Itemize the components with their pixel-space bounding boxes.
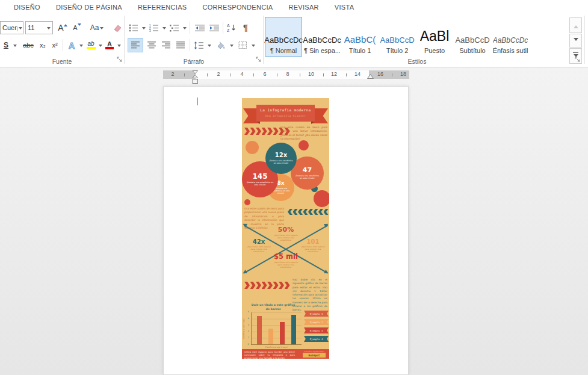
styles-scroll-up[interactable] [569,17,582,33]
tab-correspondencia[interactable]: CORRESPONDENCIA [194,4,280,11]
font-color-button[interactable]: A [104,39,115,52]
align-right-button[interactable] [159,39,173,52]
text-effects-dropdown[interactable] [77,39,84,52]
ruler-number: 4 [240,71,243,77]
ytick-label: 1 [246,336,249,339]
style-puesto[interactable]: AaBl Puesto [416,17,453,56]
stat-caption: ¡Aquí tienes otro espacio para colocar u… [246,246,272,253]
superscript-button[interactable]: x² [49,39,60,52]
legend-banner-1: Ejemplo 1 [304,311,329,317]
decrease-indent-button[interactable] [193,21,206,34]
style-subtitulo[interactable]: AaBbCcD Subtítulo [454,17,491,56]
highlight-button[interactable]: ab [85,39,97,52]
ruler-number: 10 [308,71,314,77]
numbering-dropdown[interactable] [160,21,167,34]
right-indent-marker[interactable] [367,74,374,79]
align-left-button[interactable] [128,39,143,52]
underline-button[interactable]: S [1,39,11,52]
legend-banner-3: Ejemplo 3 [304,327,329,333]
bullets-button[interactable] [128,21,140,34]
ytick-label: 3 [246,324,249,326]
borders-button[interactable] [236,39,249,52]
highlight-glyph: ab [87,41,94,47]
shrink-font-button[interactable]: A [70,21,84,34]
arrow-up-icon [574,23,578,28]
divider [124,16,125,64]
styles-dialog-launcher[interactable] [574,56,581,63]
indent-marker[interactable] [192,70,199,85]
stat-42x: 42x [247,239,271,245]
chevron-right-icons [244,282,290,289]
stat-value: 47 [303,167,312,173]
tab-diseno-de-pagina[interactable]: DISEÑO DE PÁGINA [48,4,130,11]
align-center-button[interactable] [144,39,159,52]
style-label: Título 1 [349,47,371,54]
stat-5mil: $5 mil [268,253,304,261]
font-dialog-launcher[interactable] [116,56,123,63]
underline-dropdown[interactable] [11,39,18,52]
stat-circle-12x: 12x ¡Destaca una estadística en este cír… [265,143,297,174]
chevron-down-icon [79,45,83,49]
chevron-down-icon [162,27,166,31]
text-cursor [197,98,197,105]
justify-button[interactable] [173,39,188,52]
styles-scroll-down[interactable] [569,34,582,48]
svg-text:Z: Z [227,28,230,32]
style-titulo-2[interactable]: AaBbCcD Título 2 [379,17,415,56]
borders-icon [238,41,247,49]
increase-indent-button[interactable] [208,21,221,34]
numbering-button[interactable]: 123 [148,21,160,34]
style-preview: AaBbCcD [380,23,414,47]
ruler-number: 8 [286,71,289,77]
tab-vista[interactable]: VISTA [327,4,362,11]
sort-button[interactable]: AZ [225,21,238,34]
borders-dropdown[interactable] [249,39,256,52]
shading-dropdown[interactable] [227,39,234,52]
style-label: Énfasis sutil [493,47,528,54]
change-case-button[interactable]: Aa [87,21,107,34]
multilevel-list-button[interactable] [169,21,181,34]
strikethrough-button[interactable]: abc [20,39,36,52]
text-effects-button[interactable]: A [66,39,78,52]
style-preview: AaBbCcDc [303,23,341,47]
style-normal[interactable]: AaBbCcDc ¶ Normal [265,17,302,56]
style-enfasis-sutil[interactable]: AaBbCcDc Énfasis sutil [492,17,528,56]
clear-format-button[interactable] [111,21,124,34]
font-group-label: Fuente [0,58,124,65]
shading-button[interactable] [214,39,227,52]
ruler-tick [253,73,254,76]
font-color-dropdown[interactable] [115,39,122,52]
decorative-circle [299,140,309,150]
intro-text: Usa este cuadro de texto para escribir u… [280,126,327,141]
paragraph-dialog-launcher[interactable] [255,56,262,63]
highlight-dropdown[interactable] [96,39,104,52]
ruler-number: 2 [217,71,220,77]
multilevel-list-icon [170,24,179,32]
multilevel-dropdown[interactable] [181,21,187,34]
grow-font-button[interactable]: A [56,21,69,34]
line-spacing-button[interactable] [192,39,205,52]
style-preview: AaBbC( [344,23,376,47]
chevron-down-icon [100,27,104,31]
style-label: ¶ Normal [270,47,297,54]
style-sin-espaciado[interactable]: AaBbCcDc ¶ Sin espa... [304,17,340,56]
show-marks-button[interactable]: ¶ [240,21,251,34]
banner-label: Ejemplo 2 [310,321,323,324]
ruler-number: 18 [400,71,406,77]
bullets-dropdown[interactable] [140,21,146,34]
decrease-indent-icon [195,24,205,32]
decorative-circle [244,199,250,205]
tab-diseno[interactable]: DISEÑO [6,4,48,11]
font-name-combo[interactable]: Cuerpo [0,21,23,34]
subscript-button[interactable]: x₂ [37,39,48,52]
font-size-combo[interactable]: 11 [25,21,53,34]
decorative-circle [314,190,329,207]
line-spacing-dropdown[interactable] [205,39,212,52]
banner-fold [256,122,260,124]
stat-value: 12x [275,152,287,158]
tab-revisar[interactable]: REVISAR [280,4,326,11]
infographic-image[interactable]: La infografia moderna Una infografia hip… [242,98,329,359]
document-page[interactable]: La infografia moderna Una infografia hip… [163,86,409,375]
tab-referencias[interactable]: REFERENCIAS [130,4,195,11]
style-titulo-1[interactable]: AaBbC( Título 1 [342,17,378,56]
